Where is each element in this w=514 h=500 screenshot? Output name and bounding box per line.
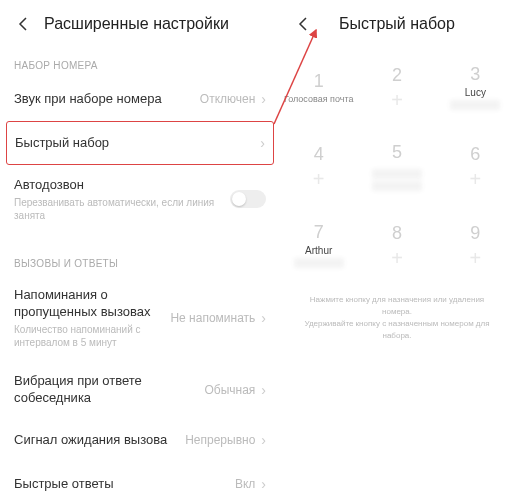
section-calls-label: ВЫЗОВЫ И ОТВЕТЫ [0, 234, 280, 275]
dial-slot-1[interactable]: 1 Голосовая почта [280, 48, 357, 126]
row-title: Автодозвон [14, 177, 230, 194]
row-title: Напоминания о пропущенных вызовах [14, 287, 170, 321]
settings-screen: Расширенные настройки НАБОР НОМЕРА Звук … [0, 0, 280, 500]
chevron-right-icon: › [261, 91, 266, 107]
page-title: Расширенные настройки [44, 15, 229, 33]
dial-number-blurred [294, 258, 344, 268]
dial-slot-7[interactable]: 7 Arthur [280, 206, 357, 284]
dial-number: 8 [392, 223, 402, 244]
row-title: Звук при наборе номера [14, 91, 200, 108]
dial-slot-4[interactable]: 4 + [280, 127, 357, 205]
chevron-left-icon [296, 16, 312, 32]
row-subtitle: Перезванивать автоматически, если линия … [14, 196, 230, 222]
row-value: Не напоминать [170, 311, 255, 325]
back-button[interactable] [8, 8, 40, 40]
page-title: Быстрый набор [320, 15, 474, 33]
dial-slot-9[interactable]: 9 + [437, 206, 514, 284]
header: Расширенные настройки [0, 0, 280, 48]
plus-icon: + [391, 248, 403, 268]
chevron-right-icon: › [261, 382, 266, 398]
dial-slot-6[interactable]: 6 + [437, 127, 514, 205]
dial-number: 5 [392, 142, 402, 163]
dial-contact: Arthur [305, 245, 332, 256]
row-value: Обычная [204, 383, 255, 397]
section-dial-label: НАБОР НОМЕРА [0, 48, 280, 77]
dial-slot-5[interactable]: 5 [358, 127, 435, 205]
dial-contact: Lucy [465, 87, 486, 98]
row-subtitle: Количество напоминаний с интервалом в 5 … [14, 323, 170, 349]
speed-dial-grid: 1 Голосовая почта 2 + 3 Lucy 4 + 5 6 + 7… [280, 48, 514, 284]
chevron-right-icon: › [261, 476, 266, 492]
row-autoredial[interactable]: Автодозвон Перезванивать автоматически, … [0, 165, 280, 234]
dial-label: Голосовая почта [284, 94, 354, 104]
dial-number: 4 [314, 144, 324, 165]
dial-slot-2[interactable]: 2 + [358, 48, 435, 126]
dial-slot-3[interactable]: 3 Lucy [437, 48, 514, 126]
autoredial-toggle[interactable] [230, 190, 266, 208]
dial-contact-blurred [372, 169, 422, 179]
row-title: Сигнал ожидания вызова [14, 432, 185, 449]
row-value: Непрерывно [185, 433, 255, 447]
row-quick-replies[interactable]: Быстрые ответы Вкл › [0, 462, 280, 500]
back-button[interactable] [288, 8, 320, 40]
plus-icon: + [391, 90, 403, 110]
row-title: Быстрые ответы [14, 476, 235, 493]
dial-number: 3 [470, 64, 480, 85]
chevron-right-icon: › [261, 310, 266, 326]
plus-icon: + [313, 169, 325, 189]
header: Быстрый набор [280, 0, 514, 48]
row-title: Вибрация при ответе собеседника [14, 373, 204, 407]
plus-icon: + [469, 248, 481, 268]
row-value: Вкл [235, 477, 255, 491]
chevron-right-icon: › [260, 135, 265, 151]
row-title: Быстрый набор [15, 135, 260, 152]
row-missed-reminders[interactable]: Напоминания о пропущенных вызовах Количе… [0, 275, 280, 361]
dial-number-blurred [372, 181, 422, 191]
row-call-waiting[interactable]: Сигнал ожидания вызова Непрерывно › [0, 418, 280, 462]
plus-icon: + [469, 169, 481, 189]
dial-number: 7 [314, 222, 324, 243]
dial-number-blurred [450, 100, 500, 110]
dial-number: 2 [392, 65, 402, 86]
dial-slot-8[interactable]: 8 + [358, 206, 435, 284]
hint-text: Нажмите кнопку для назначения или удален… [280, 284, 514, 352]
row-vibration[interactable]: Вибрация при ответе собеседника Обычная … [0, 361, 280, 419]
chevron-left-icon [16, 16, 32, 32]
dial-number: 1 [314, 71, 324, 92]
row-value: Отключен [200, 92, 256, 106]
dial-number: 6 [470, 144, 480, 165]
chevron-right-icon: › [261, 432, 266, 448]
row-speed-dial[interactable]: Быстрый набор › [6, 121, 274, 165]
speed-dial-screen: Быстрый набор 1 Голосовая почта 2 + 3 Lu… [280, 0, 514, 500]
row-dial-sound[interactable]: Звук при наборе номера Отключен › [0, 77, 280, 121]
dial-number: 9 [470, 223, 480, 244]
